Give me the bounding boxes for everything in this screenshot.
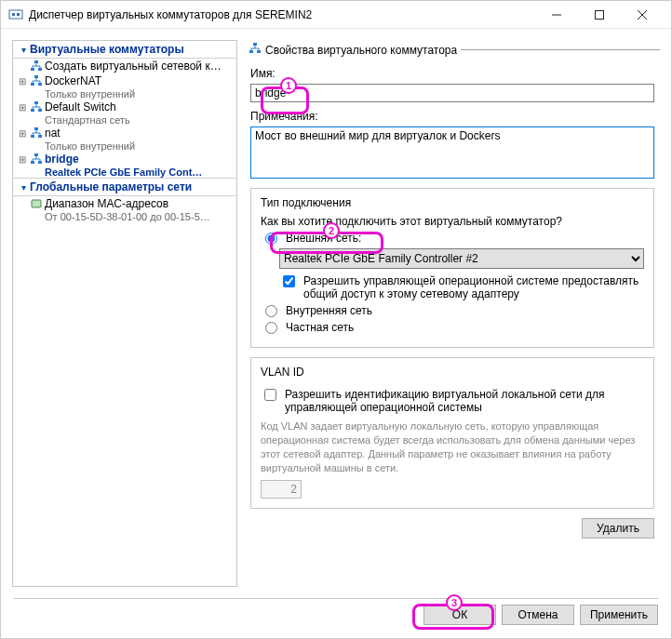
chevron-down-icon: ▾ [17,45,30,55]
svg-rect-0 [9,10,22,19]
name-input[interactable] [250,84,654,102]
svg-rect-17 [31,135,34,138]
sidebar-item-mac-range[interactable]: Диапазон МАС-адресов [13,196,236,211]
svg-rect-12 [38,83,42,86]
close-button[interactable] [621,1,664,29]
apply-button[interactable]: Применить [580,605,658,625]
network-icon [28,60,45,73]
expand-icon[interactable]: ⊞ [17,76,28,87]
svg-rect-10 [34,75,38,78]
connection-type-group: Тип подключения Как вы хотите подключить… [250,188,654,348]
notes-textarea[interactable]: Мост во внешний мир для виртуалок и Dock… [250,126,654,179]
sidebar-item-default-switch[interactable]: ⊞ Default Switch [13,100,236,114]
sidebar-section-global[interactable]: ▾ Глобальные параметры сети [13,178,236,196]
app-icon [8,7,23,22]
svg-rect-22 [32,200,41,207]
sidebar-item-new-switch[interactable]: Создать виртуальный сетевой к… [13,59,236,73]
svg-rect-11 [31,83,34,86]
svg-rect-15 [38,109,42,112]
svg-rect-7 [34,60,38,63]
svg-rect-21 [38,161,42,164]
radio-private[interactable] [265,322,277,334]
radio-private-label[interactable]: Частная сеть [286,321,354,334]
vlan-help-text: Код VLAN задает виртуальную локальную се… [261,419,644,474]
name-label: Имя: [250,67,654,80]
allow-mgmt-checkbox[interactable] [283,275,295,287]
sidebar-section-switches[interactable]: ▾ Виртуальные коммутаторы [13,41,236,59]
panel-title: Свойства виртуального коммутатора [265,44,457,57]
vlan-enable-label[interactable]: Разрешить идентификацию виртуальной лока… [285,388,644,414]
svg-rect-20 [31,161,34,164]
adapter-select[interactable]: Realtek PCIe GbE Family Controller #2 [279,248,644,269]
cancel-button[interactable]: Отмена [502,605,574,625]
network-icon [28,74,45,87]
radio-internal-label[interactable]: Внутренняя сеть [286,304,372,317]
window: Диспетчер виртуальных коммутаторов для S… [0,0,672,639]
allow-mgmt-label[interactable]: Разрешить управляющей операционной систе… [303,274,644,300]
radio-external[interactable] [265,233,277,245]
titlebar: Диспетчер виртуальных коммутаторов для S… [1,1,671,29]
radio-internal[interactable] [265,305,277,317]
maximize-button[interactable] [578,1,621,29]
sidebar-item-nat[interactable]: ⊞ nat [13,126,236,140]
svg-rect-19 [34,153,38,156]
ok-button[interactable]: ОК [423,605,496,625]
window-title: Диспетчер виртуальных коммутаторов для S… [29,8,535,21]
svg-rect-9 [38,68,42,71]
svg-rect-24 [249,50,253,53]
notes-label: Примечания: [250,110,654,123]
nic-icon [28,197,45,210]
network-icon [249,42,262,58]
vlan-enable-checkbox[interactable] [264,389,276,401]
dialog-footer: ОК Отмена Применить [1,599,671,638]
radio-external-label[interactable]: Внешняя сеть: [286,232,361,245]
minimize-button[interactable] [535,1,578,29]
expand-icon[interactable]: ⊞ [17,154,28,165]
properties-panel: Свойства виртуального коммутатора Имя: П… [245,40,660,587]
expand-icon[interactable]: ⊞ [17,102,28,113]
svg-rect-8 [31,68,34,71]
vlan-id-input [261,480,302,499]
sidebar-item-bridge[interactable]: ⊞ bridge [13,152,236,166]
group-title: VLAN ID [257,366,308,379]
sidebar-item-dockernat[interactable]: ⊞ DockerNAT [13,73,236,88]
svg-rect-2 [17,13,20,16]
sidebar: ▾ Виртуальные коммутаторы Создать виртуа… [12,40,237,587]
delete-button[interactable]: Удалить [582,518,654,539]
connection-question: Как вы хотите подключить этот виртуальны… [261,215,644,228]
chevron-down-icon: ▾ [17,182,30,193]
sidebar-item-sub: Стандартная сеть [13,114,236,126]
group-title: Тип подключения [257,196,355,209]
sidebar-item-sub: Realtek PCIe GbE Family Cont… [13,166,236,178]
svg-rect-23 [253,43,257,46]
vlan-group: VLAN ID Разрешить идентификацию виртуаль… [250,357,654,509]
svg-rect-16 [34,127,38,130]
svg-rect-25 [257,50,261,53]
network-icon [28,153,45,166]
svg-rect-13 [34,101,38,104]
sidebar-item-sub: Только внутренний [13,88,236,100]
sidebar-item-sub: Только внутренний [13,140,236,152]
svg-rect-1 [12,13,15,16]
svg-rect-4 [596,10,604,19]
svg-rect-14 [31,109,34,112]
expand-icon[interactable]: ⊞ [17,128,28,139]
sidebar-item-sub: От 00-15-5D-38-01-00 до 00-15-5… [13,211,236,222]
network-icon [28,100,45,113]
svg-rect-18 [38,135,42,138]
network-icon [28,126,45,140]
